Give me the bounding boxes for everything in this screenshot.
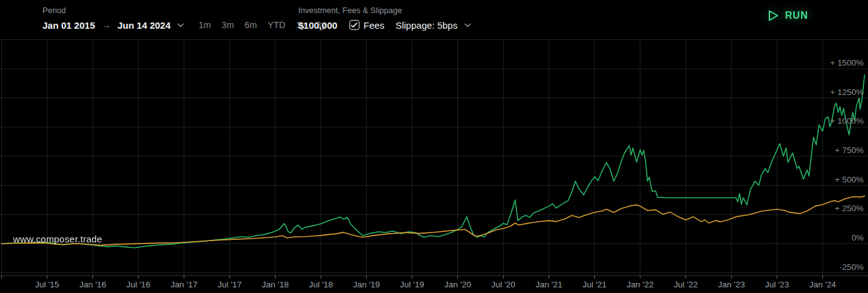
x-axis-label: Jul '17 bbox=[218, 280, 242, 289]
end-date-field[interactable]: Jun 14 2024 bbox=[117, 20, 170, 31]
y-axis-label: + 1500% bbox=[830, 58, 864, 67]
x-axis-label: Jul '22 bbox=[674, 280, 698, 289]
x-axis-label: Jan '21 bbox=[535, 280, 562, 289]
fees-checkbox-label[interactable]: Fees bbox=[364, 20, 384, 31]
x-axis-label: Jul '23 bbox=[765, 280, 789, 289]
period-group: Period Jan 01 2015 → Jun 14 2024 1m 3m 6… bbox=[42, 5, 326, 32]
x-axis-label: Jul '15 bbox=[35, 280, 59, 289]
strategy-line bbox=[2, 75, 865, 248]
play-icon bbox=[768, 9, 779, 22]
start-date-field[interactable]: Jan 01 2015 bbox=[42, 20, 95, 31]
y-axis-label: + 500% bbox=[835, 175, 864, 184]
composer-watermark: www.composer.trade bbox=[13, 234, 102, 244]
y-axis-label: + 1250% bbox=[830, 87, 864, 97]
benchmark-line bbox=[2, 196, 865, 246]
run-button-label: RUN bbox=[785, 10, 808, 21]
x-axis-label: Jan '18 bbox=[262, 280, 289, 289]
x-axis-label: Jul '18 bbox=[309, 280, 333, 289]
investment-group: Investment, Fees & Slippage $100,000 Fee… bbox=[298, 5, 471, 32]
x-axis-label: Jan '16 bbox=[79, 280, 106, 289]
date-range-chevron-down-icon[interactable] bbox=[177, 23, 184, 27]
y-axis-label: + 250% bbox=[835, 204, 864, 213]
x-axis-label: Jan '22 bbox=[627, 280, 653, 289]
range-ytd-button[interactable]: YTD bbox=[268, 20, 286, 30]
backtest-panel: + 1500%+ 1250%+ 1000%+ 750%+ 500%+ 250%0… bbox=[0, 0, 868, 293]
x-axis-label: Jan '20 bbox=[444, 280, 471, 289]
x-axis-label: Jan '17 bbox=[170, 280, 197, 289]
performance-chart[interactable]: + 1500%+ 1250%+ 1000%+ 750%+ 500%+ 250%0… bbox=[0, 0, 868, 293]
axis bbox=[0, 276, 868, 279]
x-axis-label: Jul '20 bbox=[491, 280, 515, 289]
slippage-dropdown[interactable]: Slippage: 5bps bbox=[396, 20, 457, 31]
investment-amount-field[interactable]: $100,000 bbox=[298, 20, 338, 31]
x-axis-label: Jan '24 bbox=[809, 280, 837, 289]
x-axis-label: Jul '21 bbox=[582, 280, 607, 289]
check-icon bbox=[351, 22, 358, 28]
slippage-chevron-down-icon[interactable] bbox=[464, 23, 471, 27]
y-axis-label: -250% bbox=[839, 262, 864, 272]
arrow-right-icon: → bbox=[102, 20, 110, 30]
range-3m-button[interactable]: 3m bbox=[222, 20, 234, 30]
x-axis-label: Jul '19 bbox=[400, 280, 424, 289]
y-axis-label: + 750% bbox=[835, 146, 864, 155]
investment-label: Investment, Fees & Slippage bbox=[298, 6, 471, 16]
period-label: Period bbox=[42, 6, 326, 16]
y-axis-label: + 1000% bbox=[830, 116, 864, 126]
x-axis-label: Jan '19 bbox=[353, 280, 380, 289]
range-6m-button[interactable]: 6m bbox=[245, 20, 257, 30]
backtest-toolbar: Period Jan 01 2015 → Jun 14 2024 1m 3m 6… bbox=[0, 0, 868, 35]
fees-checkbox[interactable] bbox=[349, 20, 359, 30]
x-axis-label: Jul '16 bbox=[126, 280, 150, 289]
series-lines bbox=[2, 75, 865, 248]
run-button[interactable]: RUN bbox=[768, 9, 808, 22]
y-axis-label: 0% bbox=[851, 233, 864, 242]
axis-labels: + 1500%+ 1250%+ 1000%+ 750%+ 500%+ 250%0… bbox=[35, 58, 864, 289]
range-1m-button[interactable]: 1m bbox=[198, 20, 211, 30]
grid-lines bbox=[0, 40, 868, 276]
x-axis-label: Jan '23 bbox=[718, 280, 745, 289]
